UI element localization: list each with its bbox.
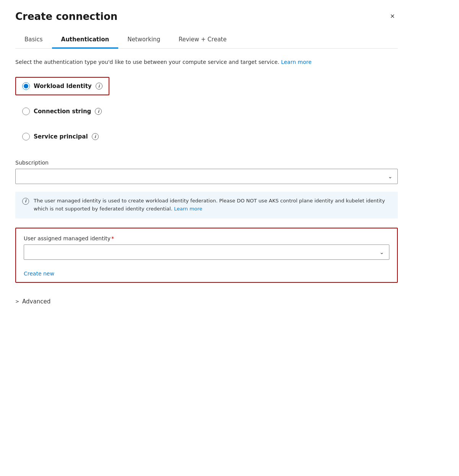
connection-string-box: Connection string i bbox=[15, 102, 109, 121]
user-identity-select[interactable] bbox=[24, 245, 389, 260]
advanced-chevron-icon: > bbox=[15, 299, 19, 304]
connection-string-radio[interactable] bbox=[22, 108, 30, 115]
workload-identity-box: Workload Identity i bbox=[15, 77, 109, 95]
info-box: i The user managed identity is used to c… bbox=[15, 192, 398, 218]
info-circle-icon: i bbox=[22, 198, 29, 205]
workload-identity-radio[interactable] bbox=[22, 82, 30, 90]
create-connection-dialog: Create connection × Basics Authenticatio… bbox=[0, 0, 413, 476]
info-box-text: The user managed identity is used to cre… bbox=[34, 197, 391, 213]
service-principal-label: Service principal bbox=[34, 133, 88, 140]
create-new-link[interactable]: Create new bbox=[24, 271, 54, 277]
connection-string-option[interactable]: Connection string i bbox=[15, 102, 398, 121]
required-star: * bbox=[111, 235, 114, 241]
authentication-radio-group: Workload Identity i Connection string i … bbox=[15, 77, 398, 146]
dialog-header: Create connection × bbox=[15, 11, 398, 22]
user-identity-select-wrapper: ⌄ bbox=[24, 245, 389, 260]
connection-string-info-icon[interactable]: i bbox=[95, 108, 102, 115]
user-identity-form-section: User assigned managed identity* ⌄ bbox=[24, 235, 389, 260]
user-identity-label: User assigned managed identity* bbox=[24, 235, 389, 241]
advanced-accordion[interactable]: > Advanced bbox=[15, 295, 398, 308]
dialog-title: Create connection bbox=[15, 11, 117, 22]
service-principal-box: Service principal i bbox=[15, 127, 106, 146]
user-assigned-identity-section: User assigned managed identity* ⌄ Create… bbox=[15, 228, 398, 283]
subscription-section: Subscription ⌄ bbox=[15, 160, 398, 184]
subscription-select-wrapper: ⌄ bbox=[15, 169, 398, 184]
tab-basics[interactable]: Basics bbox=[15, 31, 52, 49]
workload-identity-option[interactable]: Workload Identity i bbox=[15, 77, 398, 95]
subscription-label: Subscription bbox=[15, 160, 398, 166]
service-principal-radio[interactable] bbox=[22, 133, 30, 140]
service-principal-info-icon[interactable]: i bbox=[92, 133, 99, 140]
connection-string-label: Connection string bbox=[34, 108, 91, 115]
workload-identity-label: Workload Identity bbox=[34, 83, 92, 90]
service-principal-option[interactable]: Service principal i bbox=[15, 127, 398, 146]
tab-networking[interactable]: Networking bbox=[118, 31, 169, 49]
info-box-icon: i bbox=[22, 197, 29, 205]
advanced-label: Advanced bbox=[22, 298, 50, 305]
close-button[interactable]: × bbox=[387, 11, 398, 21]
description-text: Select the authentication type you'd lik… bbox=[15, 58, 398, 66]
tab-bar: Basics Authentication Networking Review … bbox=[15, 31, 398, 49]
description-learn-more-link[interactable]: Learn more bbox=[281, 59, 312, 65]
workload-identity-info-icon[interactable]: i bbox=[96, 83, 103, 90]
tab-authentication[interactable]: Authentication bbox=[52, 31, 119, 49]
subscription-select[interactable] bbox=[15, 169, 398, 184]
tab-review-create[interactable]: Review + Create bbox=[169, 31, 236, 49]
info-box-learn-more-link[interactable]: Learn more bbox=[174, 206, 202, 212]
